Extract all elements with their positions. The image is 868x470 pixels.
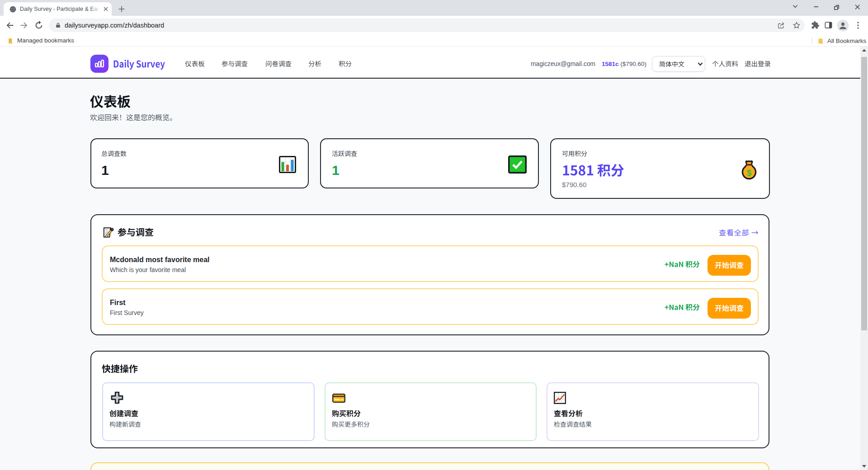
svg-text:$: $	[747, 168, 752, 178]
